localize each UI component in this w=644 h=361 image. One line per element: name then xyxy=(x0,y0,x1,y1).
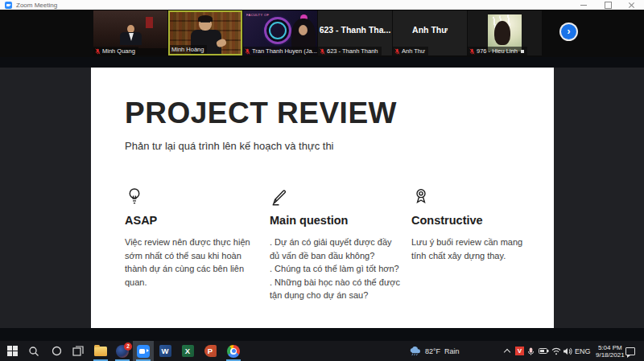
file-explorer-button[interactable] xyxy=(90,341,111,361)
muted-mic-icon xyxy=(95,48,101,55)
start-button[interactable] xyxy=(2,341,23,361)
participant-name: Minh Quang xyxy=(102,47,135,55)
chrome-button[interactable] xyxy=(223,341,244,361)
column-heading: Main question xyxy=(270,214,400,227)
shared-screen-area: PROJECT REVIEW Phản tư lại quá trình lên… xyxy=(0,57,644,341)
window-titlebar: Zoom Meeting xyxy=(0,0,644,10)
muted-mic-icon xyxy=(245,48,250,55)
chrome-icon xyxy=(227,345,240,358)
clock-widget[interactable]: 5:04 PM 9/18/2021 xyxy=(596,341,625,361)
search-button[interactable] xyxy=(23,341,44,361)
tray-battery-button[interactable] xyxy=(539,341,549,361)
participant-display-name: Anh Thư xyxy=(393,25,467,35)
tray-wifi-button[interactable] xyxy=(551,341,561,361)
participant-name: Anh Thư xyxy=(402,47,425,55)
participant-tile-623-thanh-thanh[interactable]: 623 - Thanh Tha... 623 - Thanh Thanh xyxy=(318,10,392,55)
powerpoint-button[interactable]: P xyxy=(200,341,221,361)
powerpoint-icon: P xyxy=(204,345,217,357)
background-text: FACULTY OF xyxy=(246,13,269,17)
language-indicator[interactable]: ENG xyxy=(575,341,591,361)
weather-temp: 82°F xyxy=(425,347,440,355)
battery-icon xyxy=(539,347,549,355)
word-button[interactable]: W xyxy=(155,341,175,361)
v-app-icon: V xyxy=(515,347,524,355)
chevron-up-icon xyxy=(504,348,510,355)
zoom-icon xyxy=(137,345,150,358)
participant-name: 623 - Thanh Thanh xyxy=(327,47,378,55)
speaker-icon xyxy=(563,347,572,355)
tray-expand-button[interactable] xyxy=(504,341,510,361)
wifi-icon xyxy=(551,347,561,355)
close-button[interactable] xyxy=(620,0,644,10)
windows-logo-icon xyxy=(7,346,18,356)
participant-tile-tran-thanh-huyen[interactable]: FACULTY OF Tran Thanh Huyen (Ja... xyxy=(243,10,317,55)
participant-tile-hieu-linh[interactable]: 976 - Hieu Linh xyxy=(468,10,542,55)
participant-display-name: 623 - Thanh Tha... xyxy=(318,25,392,35)
participant-tile-minh-hoang[interactable]: Minh Hoàng xyxy=(168,10,242,55)
slide-column-asap: ASAP Việc review nên được thực hiện sớm … xyxy=(125,187,252,289)
action-center-button[interactable] xyxy=(625,341,635,361)
task-view-icon xyxy=(72,346,84,357)
muted-mic-icon xyxy=(394,48,400,55)
tray-v-app-button[interactable]: V xyxy=(515,341,524,361)
muted-mic-icon xyxy=(469,48,475,55)
column-heading: ASAP xyxy=(125,214,252,227)
task-view-button[interactable] xyxy=(68,341,89,361)
language-label: ENG xyxy=(575,347,591,355)
column-body: Lưu ý buổi review cần mang tính chất xây… xyxy=(411,236,532,262)
participant-name: Tran Thanh Huyen (Ja... xyxy=(252,47,317,55)
truncation-marker xyxy=(521,50,524,53)
rain-cloud-icon xyxy=(409,347,421,356)
search-icon xyxy=(28,346,39,357)
zoom-meeting-window: Zoom Meeting Minh Quang Minh Hoàng xyxy=(0,0,644,361)
participant-tile-anh-thu[interactable]: Anh Thư Anh Thư xyxy=(393,10,467,55)
tray-volume-button[interactable] xyxy=(563,341,572,361)
excel-icon: X xyxy=(182,345,194,357)
next-participants-button[interactable]: › xyxy=(561,24,576,39)
maximize-button[interactable] xyxy=(596,0,620,10)
zoom-logo-icon xyxy=(5,2,12,9)
minimize-button[interactable] xyxy=(572,0,596,10)
action-center-icon xyxy=(625,347,635,355)
slide-column-main-question: Main question . Dự án có giải quyết được… xyxy=(270,187,400,302)
medal-icon xyxy=(411,187,532,207)
cortana-icon xyxy=(52,346,62,356)
browser-icon: 2 xyxy=(116,345,129,358)
chevron-right-icon: › xyxy=(568,27,571,36)
tray-time: 5:04 PM xyxy=(596,344,625,351)
browser-notification-button[interactable]: 2 xyxy=(112,341,133,361)
participant-tile-minh-quang[interactable]: Minh Quang xyxy=(93,10,167,55)
column-body: . Dự án có giải quyết được đầy đủ vấn đề… xyxy=(270,236,400,302)
window-title: Zoom Meeting xyxy=(16,2,57,9)
slide-title: PROJECT REVIEW xyxy=(125,96,397,130)
video-strip: Minh Quang Minh Hoàng FACULTY OF Tran Th… xyxy=(0,10,644,57)
slide-subtitle: Phản tư lại quá trình lên kế hoạch và th… xyxy=(125,140,334,152)
notification-badge: 2 xyxy=(124,343,132,351)
pencil-icon xyxy=(270,187,400,207)
word-icon: W xyxy=(159,345,171,357)
file-explorer-icon xyxy=(94,347,107,356)
weather-widget[interactable]: 82°F Rain xyxy=(409,341,460,361)
cortana-button[interactable] xyxy=(46,341,67,361)
column-body: Việc review nên được thực hiện sớm nhất … xyxy=(125,236,252,289)
zoom-taskbar-button[interactable] xyxy=(133,341,154,361)
tray-date: 9/18/2021 xyxy=(596,351,625,359)
presentation-slide: PROJECT REVIEW Phản tư lại quá trình lên… xyxy=(91,68,554,328)
microphone-icon xyxy=(527,347,535,356)
tray-mic-button[interactable] xyxy=(527,341,535,361)
excel-button[interactable]: X xyxy=(177,341,198,361)
slide-column-constructive: Constructive Lưu ý buổi review cần mang … xyxy=(411,187,532,262)
lightbulb-icon xyxy=(125,187,252,207)
participant-name: 976 - Hieu Linh xyxy=(477,47,518,55)
weather-condition: Rain xyxy=(444,347,460,355)
participant-name: Minh Hoàng xyxy=(171,46,204,53)
windows-taskbar: 2 W X P 82°F Rain V xyxy=(0,341,644,361)
muted-mic-icon xyxy=(320,48,325,55)
column-heading: Constructive xyxy=(411,214,532,227)
